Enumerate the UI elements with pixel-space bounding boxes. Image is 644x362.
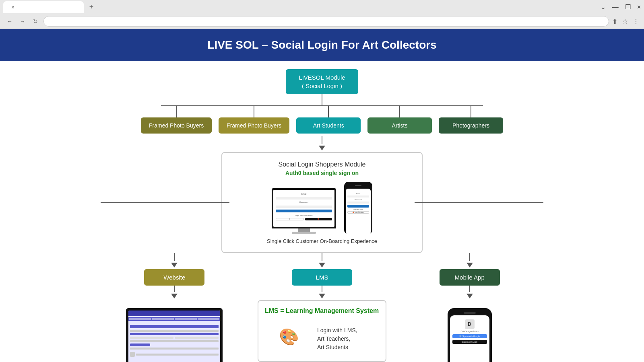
- center-down-line: [322, 253, 322, 261]
- phone-email-label: Email: [347, 193, 369, 195]
- social-login-title: Social Login Shoppers Module: [230, 161, 414, 168]
- vert-line-1: [176, 105, 177, 117]
- category-col-4: Artists: [367, 105, 432, 134]
- arrow-lms: [319, 294, 325, 298]
- social-login-subtitle: Auth0 based single sign on: [230, 170, 414, 176]
- mock-screens: Email Password Login With Social Media G…: [230, 182, 414, 234]
- desktop-screen: Email Password Login With Social Media G…: [272, 188, 336, 228]
- page-header: LIVE SOL – Social Login For Art Collecto…: [0, 29, 644, 61]
- website-screenshot-mock: [126, 308, 223, 362]
- ws-nav-item: [198, 318, 220, 320]
- desktop-base: [292, 232, 316, 234]
- social-login-box: Social Login Shoppers Module Auth0 based…: [221, 152, 423, 253]
- phone-mock: Email Password Login With Social 🍎 Login…: [344, 182, 372, 234]
- browser-titlebar: × + ⌄ — ❐ ×: [0, 0, 644, 14]
- website-down-line: [174, 286, 175, 292]
- connector-line-1: [322, 94, 322, 105]
- vert-pre-arrow: [322, 136, 322, 144]
- ws-inner: [128, 311, 220, 362]
- phone-body: Email Password Login With Social 🍎 Login…: [344, 182, 372, 234]
- website-col: Website: [101, 269, 248, 362]
- social-login-caption: Single Click Customer On-Boarding Experi…: [230, 238, 414, 244]
- left-horiz-connector: [101, 202, 229, 203]
- phone-login-mock: Email Password Login With Social 🍎 Login…: [344, 182, 372, 234]
- ws-topbar: [128, 311, 220, 316]
- categories-connector: Framed Photo Buyers Framed Photo Buyers …: [141, 105, 503, 134]
- browser-toolbar-right: ⬆ ☆ ⋮: [612, 18, 639, 25]
- forward-button[interactable]: →: [18, 16, 27, 26]
- category-col-2: Framed Photo Buyers: [219, 105, 289, 134]
- tab-list-button[interactable]: ⌄: [601, 3, 606, 11]
- livesol-module-box: LIVESOL Module ( Social Login ): [286, 69, 358, 94]
- signin-btn-mock: [276, 210, 332, 212]
- lms-detail-box: LMS = Learning Management System 🎨 Login…: [258, 300, 386, 362]
- diagram: LIVESOL Module ( Social Login ) Framed P…: [0, 61, 644, 362]
- ws-icon: [130, 352, 135, 357]
- social-login-buttons-mock: G 🍎: [276, 218, 332, 220]
- login-form-mock: Email Password Login With Social Media G…: [276, 192, 332, 220]
- lms-down-line: [322, 286, 322, 292]
- ws-field: [130, 337, 173, 339]
- lms-label: LMS: [316, 274, 328, 281]
- apple-btn-mock: 🍎: [305, 218, 332, 220]
- right-vert-connector: [396, 253, 543, 269]
- email-field-mock: [276, 197, 332, 200]
- close-button[interactable]: ×: [637, 4, 641, 11]
- vert-line-5: [471, 105, 471, 117]
- phone-content: Email Password Login With Social 🍎 Login…: [346, 185, 371, 231]
- page-title: LIVE SOL – Social Login For Art Collecto…: [10, 39, 634, 51]
- phone-notch: [355, 185, 361, 186]
- back-button[interactable]: ←: [5, 16, 14, 26]
- ws-bottom: [130, 352, 219, 357]
- browser-window-controls: ⌄ — ❐ ×: [601, 3, 641, 11]
- social-login-row: Social Login Shoppers Module Auth0 based…: [101, 152, 543, 253]
- mobile-brand-text: DataDesignerArtists: [452, 330, 487, 333]
- phone-pass-label: Password: [347, 199, 369, 201]
- mobile-d-icon: D: [465, 319, 475, 329]
- bookmark-icon[interactable]: ☆: [622, 18, 628, 25]
- bottom-action-row: Website: [101, 269, 543, 362]
- livesol-line1: LIVESOL Module: [298, 73, 346, 82]
- ws-header-bar: [130, 325, 219, 328]
- lms-detail-title: LMS = Learning Management System: [265, 307, 379, 315]
- categories-row: Framed Photo Buyers Framed Photo Buyers …: [141, 105, 503, 134]
- ws-content: [128, 322, 220, 358]
- desktop-inner: Email Password Login With Social Media G…: [273, 190, 334, 227]
- tab-close-button[interactable]: ×: [11, 4, 14, 10]
- new-tab-button[interactable]: +: [85, 1, 97, 13]
- mobile-app-box: Mobile App: [440, 269, 500, 286]
- website-label: Website: [163, 274, 185, 281]
- desktop-login-mock: Email Password Login With Social Media G…: [272, 188, 336, 234]
- page-content: LIVE SOL – Social Login For Art Collecto…: [0, 29, 644, 362]
- phone-inner: Email Password Login With Social 🍎 Login…: [346, 189, 371, 234]
- mobile-top-bar: [464, 312, 476, 314]
- address-input[interactable]: [43, 16, 609, 27]
- category-framed-buyers-2: Framed Photo Buyers: [219, 117, 289, 134]
- maximize-button[interactable]: ❐: [625, 3, 631, 11]
- ws-row: [130, 330, 219, 332]
- desktop-stand: [298, 228, 310, 232]
- mobile-label: Mobile App: [455, 274, 485, 281]
- phone-google-btn: 🍎 Login With Apple: [347, 211, 369, 214]
- refresh-button[interactable]: ↻: [31, 16, 40, 26]
- extensions-menu-icon[interactable]: ⋮: [633, 18, 639, 25]
- arrow-mobile: [466, 294, 473, 298]
- ws-screen: [126, 308, 223, 362]
- ws-nav-item: [129, 318, 151, 320]
- phone-signin-btn: [347, 205, 369, 208]
- bottom-connectors-row: [101, 253, 543, 269]
- minimize-button[interactable]: —: [612, 4, 619, 11]
- arrow-down-right: [466, 263, 473, 267]
- center-vert-connector: [248, 253, 396, 269]
- phone-email-field: [347, 195, 369, 197]
- ws-field-group: [130, 337, 219, 339]
- lms-box: LMS: [292, 269, 352, 286]
- phone-pass-field: [347, 202, 369, 204]
- browser-tab[interactable]: ×: [3, 1, 84, 13]
- arrow-website: [171, 294, 178, 298]
- left-down-line: [174, 253, 175, 261]
- right-horiz-connector: [415, 202, 543, 203]
- horiz-connector-bar: [161, 105, 483, 106]
- share-icon[interactable]: ⬆: [612, 18, 617, 25]
- lms-art-icon: 🎨: [265, 319, 313, 355]
